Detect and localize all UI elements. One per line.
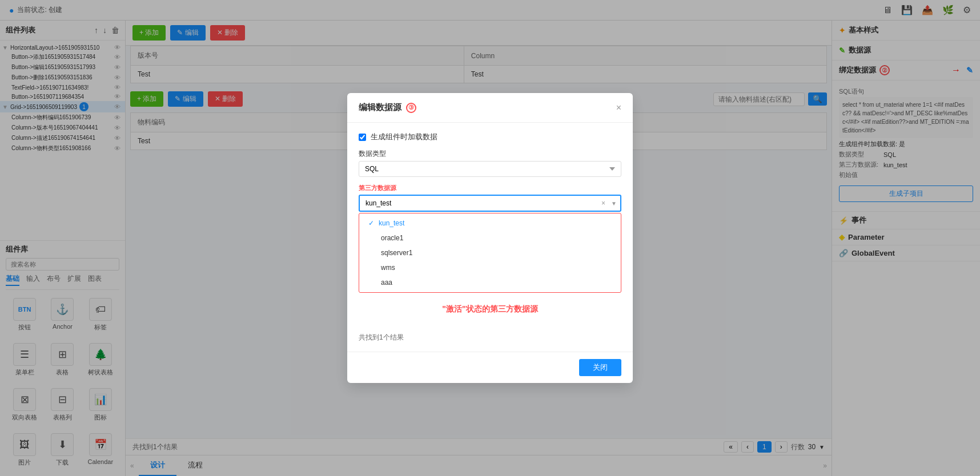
dropdown-item-kun-test[interactable]: ✓ kun_test bbox=[359, 216, 621, 231]
data-type-field: 数据类型 SQL bbox=[359, 149, 621, 177]
modal-header: 编辑数据源 ③ × bbox=[347, 93, 633, 123]
modal-close-button[interactable]: × bbox=[616, 103, 621, 113]
modal-overlay: 编辑数据源 ③ × 生成组件时加载数据 数据类型 SQL 第三方数据源 × bbox=[0, 0, 980, 476]
generate-on-load-checkbox-row: 生成组件时加载数据 bbox=[359, 132, 621, 142]
dropdown-arrow-icon[interactable]: ▼ bbox=[611, 200, 617, 207]
checkbox-label: 生成组件时加载数据 bbox=[371, 132, 437, 142]
dropdown-item-label: aaa bbox=[381, 279, 392, 287]
result-count-text: 共找到1个结果 bbox=[359, 333, 621, 342]
modal-title-text: 编辑数据源 bbox=[359, 102, 401, 113]
activated-datasource-hint: "激活"状态的第三方数据源 bbox=[359, 293, 621, 326]
check-icon: ✓ bbox=[368, 219, 374, 227]
dropdown-item-oracle1[interactable]: oracle1 bbox=[359, 231, 621, 245]
third-data-source-field: 第三方数据源 × ▼ ✓ kun_test oracle1 bbox=[359, 184, 621, 326]
clear-input-button[interactable]: × bbox=[601, 199, 605, 207]
modal-close-action-button[interactable]: 关闭 bbox=[579, 359, 621, 376]
data-type-field-label: 数据类型 bbox=[359, 149, 621, 159]
dropdown-item-label: oracle1 bbox=[381, 234, 403, 242]
dropdown-item-wms[interactable]: wms bbox=[359, 260, 621, 275]
third-source-input[interactable] bbox=[359, 195, 621, 212]
edit-data-source-modal: 编辑数据源 ③ × 生成组件时加载数据 数据类型 SQL 第三方数据源 × bbox=[347, 93, 633, 383]
third-source-field-label: 第三方数据源 bbox=[359, 184, 621, 192]
modal-title: 编辑数据源 ③ bbox=[359, 102, 416, 113]
dropdown-item-label: kun_test bbox=[379, 219, 404, 227]
modal-annotation-circle: ③ bbox=[406, 103, 416, 113]
dropdown-item-sqlserver1[interactable]: sqlserver1 bbox=[359, 245, 621, 260]
dropdown-item-label: sqlserver1 bbox=[381, 249, 412, 257]
third-source-input-container: × ▼ bbox=[359, 195, 621, 212]
dropdown-item-label: wms bbox=[381, 264, 395, 272]
data-type-select[interactable]: SQL bbox=[359, 161, 621, 177]
datasource-dropdown: ✓ kun_test oracle1 sqlserver1 wms bbox=[359, 213, 621, 293]
modal-body: 生成组件时加载数据 数据类型 SQL 第三方数据源 × ▼ ✓ kun bbox=[347, 123, 633, 352]
dropdown-item-aaa[interactable]: aaa bbox=[359, 275, 621, 290]
modal-footer: 关闭 bbox=[347, 352, 633, 383]
generate-on-load-checkbox[interactable] bbox=[359, 134, 366, 141]
